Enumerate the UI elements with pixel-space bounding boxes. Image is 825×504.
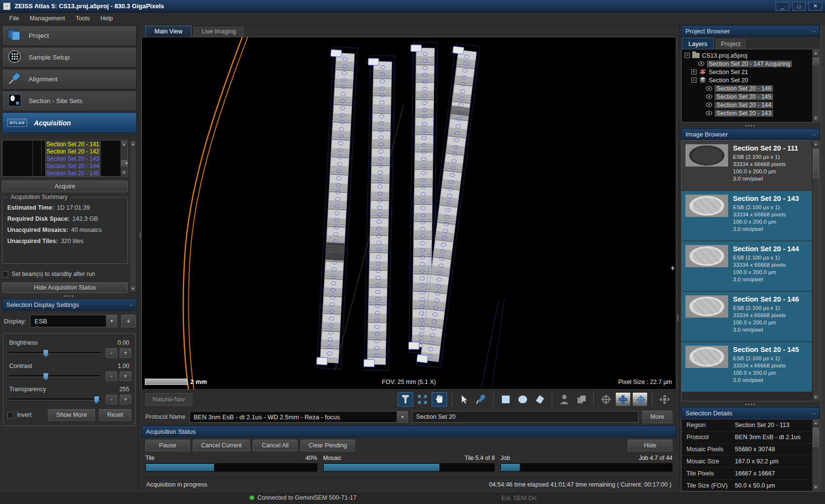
panel-scrollbar[interactable]: ▲ ▼ <box>129 140 137 293</box>
center-target-button[interactable] <box>598 392 614 407</box>
tree-item[interactable]: Section Set 20 - 147 Acquiring <box>698 60 812 68</box>
scroll-down-icon[interactable]: ▼ <box>121 169 127 176</box>
section-name-input[interactable] <box>412 411 638 423</box>
collapse-icon[interactable]: - <box>813 131 815 138</box>
section-list-item[interactable]: Section Set 20 - 141 <box>45 141 101 148</box>
image-item[interactable]: Section Set 20 - 111 ESB (2.100 µs x 1) … <box>682 140 812 191</box>
show-more-button[interactable]: Show More <box>48 409 95 421</box>
section-list-scrollbar[interactable]: ▲ ▼ <box>120 140 127 176</box>
transparency-plus-button[interactable]: + <box>120 395 131 404</box>
transparency-minus-button[interactable]: - <box>106 395 117 404</box>
add-display-button[interactable]: + <box>121 315 136 327</box>
project-browser-header[interactable]: Project Browser - <box>681 25 820 37</box>
image-list-scrollbar[interactable]: ▲ ▼ <box>812 140 819 401</box>
right-splitter[interactable]: •••• <box>676 24 679 491</box>
section-list-item[interactable]: Section Set 20 - 145 <box>45 170 101 177</box>
standby-checkbox[interactable] <box>2 271 8 277</box>
contrast-slider-handle[interactable] <box>43 373 48 381</box>
nav-sample-setup[interactable]: Sample Setup <box>2 47 137 68</box>
cancel-current-button[interactable]: Cancel Current <box>193 440 250 451</box>
display-combo[interactable]: ESB ▼ <box>30 315 117 327</box>
pan-tool-button[interactable] <box>432 392 447 407</box>
tree-item[interactable]: Section Set 20 - 146 <box>706 84 812 92</box>
pause-button[interactable]: Pause <box>145 440 190 451</box>
scroll-down-icon[interactable]: ▼ <box>130 285 136 292</box>
brightness-minus-button[interactable]: - <box>106 348 117 358</box>
tab-main-view[interactable]: Main View <box>145 26 191 37</box>
section-list-item[interactable]: Section Set 20 - 143 <box>45 155 101 163</box>
expand-expander-icon[interactable]: + <box>691 69 697 75</box>
collapse-expander-icon[interactable]: − <box>691 77 697 83</box>
nav-acquisition[interactable]: ATLAS Acquisition <box>2 112 137 133</box>
eye-icon[interactable] <box>698 61 704 66</box>
selection-display-settings-header[interactable]: Selection Display Settings - <box>2 299 137 310</box>
eye-icon[interactable] <box>706 103 712 107</box>
scroll-up-icon[interactable]: ▲ <box>812 419 819 427</box>
clear-pending-button[interactable]: Clear Pending <box>300 440 355 451</box>
image-item[interactable]: Section Set 20 - 143 ESB (2.100 µs x 1) … <box>682 191 812 241</box>
select-tool-button[interactable] <box>456 392 472 407</box>
menu-help[interactable]: Help <box>96 14 117 23</box>
copy-tool-button[interactable] <box>574 392 589 407</box>
close-button[interactable]: ✕ <box>809 2 822 11</box>
tree-scrollbar[interactable]: ▲ ▼ <box>812 49 819 122</box>
eye-icon[interactable] <box>706 111 712 115</box>
scroll-up-icon[interactable]: ▲ <box>130 140 136 148</box>
contrast-minus-button[interactable]: - <box>106 371 117 381</box>
protocol-combo[interactable]: BEN 3nm EsB - dt 2.1us - WD 2.5mm - Reza… <box>189 411 408 423</box>
scroll-up-icon[interactable]: ▲ <box>812 49 819 57</box>
scroll-up-icon[interactable]: ▲ <box>812 140 819 148</box>
image-browser-header[interactable]: Image Browser - <box>681 128 820 140</box>
hide-acquisition-status-button[interactable]: Hide Acquisition Status <box>2 282 128 293</box>
specimen-canvas[interactable]: 2 mm FOV: 25 mm (5.1 X) Pixel Size : 22.… <box>141 37 676 390</box>
horizontal-splitter[interactable]: •••• <box>681 122 820 128</box>
horizontal-splitter[interactable]: •••• <box>681 401 820 407</box>
fit-view-button[interactable] <box>415 392 430 407</box>
reset-button[interactable]: Reset <box>99 409 131 421</box>
tree-item[interactable]: Section Set 20 - 144 <box>706 101 812 109</box>
collapse-expander-icon[interactable]: − <box>685 53 690 58</box>
natural-nav-button[interactable]: Natural-Nav <box>145 393 192 406</box>
more-button[interactable]: More <box>642 411 672 423</box>
tree-item[interactable]: Section Set 20 - 145 <box>706 92 812 101</box>
tab-layers[interactable]: Layers <box>682 38 714 49</box>
collapse-icon[interactable]: - <box>813 410 815 417</box>
section-set-list[interactable]: Section Set 20 - 141 Section Set 20 - 14… <box>2 140 128 177</box>
user-tool-button[interactable] <box>557 392 572 407</box>
chevron-down-icon[interactable]: ▼ <box>106 315 117 327</box>
pin-tool-button[interactable] <box>398 392 413 407</box>
selection-details-header[interactable]: Selection Details - <box>681 407 820 419</box>
add-image-button[interactable] <box>615 392 631 407</box>
transparency-slider[interactable] <box>9 398 100 400</box>
tree-item[interactable]: + Section Set 21 <box>691 68 812 76</box>
brightness-slider-handle[interactable] <box>43 350 48 357</box>
menu-file[interactable]: File <box>5 14 23 23</box>
stage-move-button[interactable] <box>657 392 672 407</box>
transparency-slider-handle[interactable] <box>94 396 99 404</box>
scroll-up-icon[interactable]: ▲ <box>121 140 127 148</box>
scroll-down-icon[interactable]: ▼ <box>812 484 819 491</box>
hide-button[interactable]: Hide <box>628 440 672 451</box>
contrast-slider[interactable] <box>9 375 100 377</box>
image-item[interactable]: Section Set 20 - 144 ESB (2.100 µs x 1) … <box>682 241 812 291</box>
collapse-icon[interactable]: - <box>813 28 815 35</box>
locate-image-button[interactable] <box>632 392 648 407</box>
scroll-down-icon[interactable]: ▼ <box>812 394 819 401</box>
nav-project[interactable]: Project <box>2 25 137 46</box>
rectangle-region-button[interactable] <box>498 392 514 407</box>
eye-icon[interactable] <box>706 94 712 99</box>
section-list-item[interactable]: Section Set 20 - 142 <box>45 148 101 155</box>
dropper-tool-button[interactable] <box>473 392 489 407</box>
image-item[interactable]: Section Set 20 - 146 ESB (2.100 µs x 1) … <box>682 291 812 342</box>
image-item[interactable]: Section Set 20 - 145 ESB (2.100 µs x 1) … <box>682 342 812 392</box>
acquire-button[interactable]: Acquire <box>2 181 128 192</box>
tab-live-imaging[interactable]: Live Imaging <box>192 26 245 37</box>
details-scrollbar[interactable]: ▲ ▼ <box>812 419 819 491</box>
chevron-down-icon[interactable]: ▼ <box>397 412 407 422</box>
section-list-item[interactable]: Section Set 20 - 144 <box>45 163 101 170</box>
contrast-plus-button[interactable]: + <box>120 371 131 381</box>
menu-tools[interactable]: Tools <box>71 14 94 23</box>
maximize-button[interactable]: □ <box>792 2 806 11</box>
tree-root[interactable]: − CS13.proj.a5proj <box>685 51 812 60</box>
invert-checkbox[interactable] <box>7 412 14 418</box>
